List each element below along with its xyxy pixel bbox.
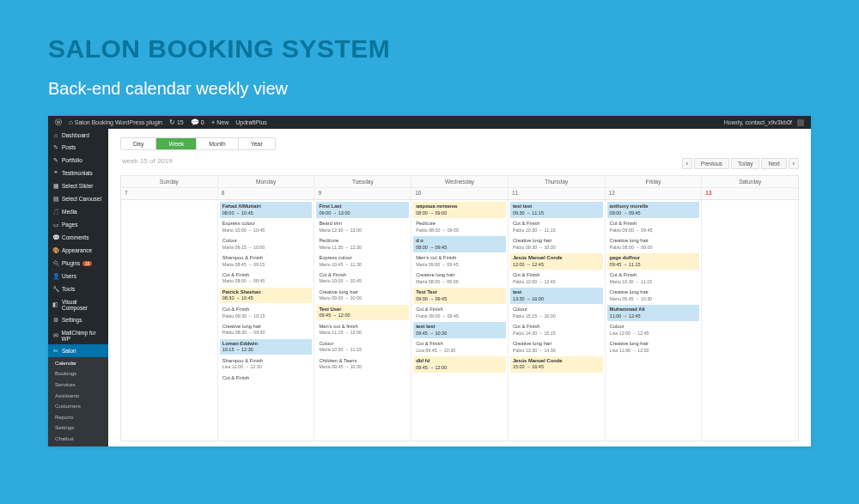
next-arrow-button[interactable]: › <box>789 158 799 169</box>
sidebar-item-mailchimp-for-wp[interactable]: ✉MailChimp for WP <box>48 326 108 344</box>
comments-link[interactable]: 💬 0 <box>191 118 204 126</box>
view-tab-year[interactable]: Year <box>239 138 275 149</box>
updates-link[interactable]: ↻ 15 <box>169 118 184 126</box>
sidebar-item-users[interactable]: 👤Users <box>48 270 108 282</box>
day-column-friday[interactable]: anthony morelle08:00 → 09:45Cut & Finish… <box>606 200 703 440</box>
calendar-event[interactable]: Patrick Sheehan08:30 → 10:45 <box>220 288 313 304</box>
calendar-event[interactable]: Cut & FinishPablo 09:30 → 10:15 <box>220 305 313 320</box>
sidebar-subitem-reports[interactable]: Reports <box>48 411 108 422</box>
calendar-event[interactable]: d o08:00 → 09:45 <box>413 236 506 252</box>
sidebar-subitem-tools[interactable]: Tools <box>48 444 108 446</box>
calendar-event[interactable]: test13:30 → 16:00 <box>510 288 603 304</box>
calendar-event[interactable]: Cut & FinishMario 08:00 → 08:45 <box>220 270 313 286</box>
sidebar-item-select-slider[interactable]: ▦Select Slider <box>48 179 108 192</box>
calendar-event[interactable]: PedicurePablo 08:00 → 09:00 <box>413 219 506 234</box>
calendar-event[interactable]: Men's cut & FinishMaria 09:00 → 09:45 <box>413 253 506 269</box>
sidebar-subitem-calendar[interactable]: Calendar <box>48 357 108 368</box>
calendar-event[interactable]: Cut & FinishPablo 09:00 → 09:45 <box>607 219 700 234</box>
howdy-text[interactable]: Howdy, contact_x9v3kb0f <box>724 119 792 125</box>
calendar-event[interactable]: Creative long hairLisa 11:00 → 12:00 <box>607 339 700 355</box>
calendar-event[interactable]: Cut & FinishPablo 12:00 → 12:45 <box>510 270 603 286</box>
calendar-event[interactable]: test test09:30 → 11:15 <box>510 202 603 218</box>
calendar-event[interactable]: PedicureMaria 11:30 → 12:30 <box>316 236 409 252</box>
sidebar-subitem-services[interactable]: Services <box>48 379 108 390</box>
sidebar-subitem-settings[interactable]: Settings <box>48 422 108 434</box>
calendar-event[interactable]: Creative long hairPablo 08:30 → 09:30 <box>220 322 313 337</box>
sidebar-subitem-chatbot[interactable]: Chatbot <box>48 433 108 444</box>
calendar-event[interactable]: Cut & FinishMario 10:30 → 11:15 <box>607 270 700 286</box>
sidebar-item-pages[interactable]: ▭Pages <box>48 218 108 231</box>
calendar-event[interactable]: Beard trimMaria 12:30 → 13:00 <box>316 219 409 234</box>
calendar-event[interactable]: Cut & FinishFrank 09:00 → 09:45 <box>413 305 506 320</box>
sidebar-item-testimonials[interactable]: ❝Testimonials <box>48 167 108 179</box>
calendar-event[interactable]: gege duffour09:45 → 11:15 <box>607 253 700 270</box>
day-column-sunday[interactable] <box>121 200 218 440</box>
calendar-event[interactable]: ColourMaria 09:15 → 10:00 <box>220 236 313 252</box>
sidebar-subitem-customers[interactable]: Customers <box>48 400 108 411</box>
calendar-event[interactable]: Cut & FinishPablo 10:30 → 11:15 <box>510 219 603 234</box>
calendar-event[interactable]: Test Test09:00 → 09:45 <box>413 288 506 304</box>
calendar-event[interactable]: Creative long hairPablo 13:30 → 14:30 <box>510 339 603 355</box>
day-column-thursday[interactable]: test test09:30 → 11:15Cut & FinishPablo … <box>509 200 606 440</box>
calendar-event[interactable]: ColourLisa 12:00 → 12:45 <box>607 322 700 337</box>
sidebar-subitem-bookings[interactable]: Bookings <box>48 368 108 380</box>
today-button[interactable]: Today <box>731 158 759 169</box>
sidebar-item-plugins[interactable]: 🔌Plugins 18 <box>48 257 108 270</box>
calendar-event[interactable]: Creative long hairMario 09:00 → 10:00 <box>316 288 409 303</box>
calendar-event[interactable]: Creative long hairPablo 09:30 → 10:30 <box>510 236 603 252</box>
wordpress-logo-icon[interactable]: ⓦ <box>55 118 62 127</box>
calendar-event[interactable]: мариша пипкина08:00 → 09:00 <box>413 202 506 218</box>
sidebar-subitem-assistants[interactable]: Assistants <box>48 390 108 401</box>
calendar-event[interactable]: Test User09:45 → 12:00 <box>316 305 409 321</box>
calendar-event[interactable]: Cut & Finish <box>220 373 313 384</box>
avatar[interactable] <box>797 119 804 126</box>
sidebar-item-salon[interactable]: ✂Salon <box>48 344 108 357</box>
calendar-event[interactable]: Fahad AlMuttairi08:00 → 10:45 <box>220 202 313 218</box>
day-column-saturday[interactable] <box>702 200 798 440</box>
calendar-event[interactable]: Jesús Manuel Conde15:00 → 16:45 <box>510 356 603 373</box>
day-column-wednesday[interactable]: мариша пипкина08:00 → 09:00PedicurePablo… <box>411 200 509 440</box>
calendar-event[interactable]: First Last09:00 → 13:00 <box>316 202 409 218</box>
calendar-event[interactable]: ColourMaria 10:30 → 11:15 <box>316 339 409 355</box>
sidebar-item-select-carousel[interactable]: ▧Select Carousel <box>48 192 108 205</box>
calendar-event[interactable]: Creative long hairPablo 08:00 → 09:00 <box>607 236 700 252</box>
sidebar-item-settings[interactable]: ⚙Settings <box>48 313 108 326</box>
calendar-event[interactable]: Muhammad Ali11:00 → 12:45 <box>607 305 700 321</box>
calendar-event[interactable]: dbf fd09:45 → 12:00 <box>413 356 506 373</box>
sidebar-item-portfolio[interactable]: ✎Portfolio <box>48 154 108 167</box>
calendar-event[interactable]: Jesús Manuel Conde12:00 → 12:45 <box>510 253 603 270</box>
calendar-event[interactable]: Shampoo & FinishLisa 12:00 → 12:30 <box>220 356 313 372</box>
calendar-event[interactable]: Shampoo & FinishMaria 08:45 → 09:15 <box>220 253 313 269</box>
view-tab-week[interactable]: Week <box>156 138 197 149</box>
updraft-link[interactable]: UpdraftPlus <box>235 119 267 125</box>
sidebar-item-posts[interactable]: ✎Posts <box>48 141 108 154</box>
calendar-event[interactable]: Express colourMario 10:45 → 11:30 <box>316 253 409 269</box>
calendar-event[interactable]: Creative long hairMario 09:45 → 10:30 <box>607 288 700 303</box>
view-tab-month[interactable]: Month <box>197 138 238 149</box>
sidebar-item-dashboard[interactable]: ⌂Dashboard <box>48 129 108 141</box>
calendar-event[interactable]: Children & TeensMaria 09:45 → 10:30 <box>316 356 409 372</box>
sidebar-item-appearance[interactable]: 🎨Appearance <box>48 244 108 257</box>
sidebar-item-comments[interactable]: 💬Comments <box>48 231 108 244</box>
calendar-event[interactable]: anthony morelle08:00 → 09:45 <box>607 202 700 218</box>
calendar-event[interactable]: Men's cut & finishMaria 11:15 → 12:00 <box>316 322 409 337</box>
calendar-event[interactable]: Cut & FinishMario 10:00 → 10:45 <box>316 270 409 286</box>
previous-button[interactable]: Previous <box>694 158 729 169</box>
calendar-event[interactable]: Creative long hairMaria 08:00 → 09:00 <box>413 270 506 286</box>
next-button[interactable]: Next <box>761 158 786 169</box>
calendar-event[interactable]: Loman Eddwin10:15 → 12:30 <box>220 339 313 355</box>
prev-arrow-button[interactable]: ‹ <box>682 158 692 169</box>
sidebar-item-visual-composer[interactable]: ◧Visual Composer <box>48 295 108 313</box>
sidebar-item-tools[interactable]: 🔧Tools <box>48 282 108 295</box>
calendar-event[interactable]: Express colourMario 10:00 → 10:45 <box>220 219 313 234</box>
new-link[interactable]: + New <box>211 118 229 126</box>
view-tab-day[interactable]: Day <box>121 138 156 149</box>
calendar-event[interactable]: ColourPablo 15:15 → 16:00 <box>510 305 603 320</box>
sidebar-item-media[interactable]: 🎵Media <box>48 205 108 218</box>
calendar-event[interactable]: test test09:45 → 10:30 <box>413 322 506 338</box>
day-column-monday[interactable]: Fahad AlMuttairi08:00 → 10:45Express col… <box>218 200 315 440</box>
calendar-event[interactable]: Cut & FinishLisa 09:45 → 10:30 <box>413 339 506 355</box>
site-name-link[interactable]: ⌂ Salon Booking WordPress plugin <box>69 118 162 126</box>
calendar-event[interactable]: Cut & FinishPablo 14:30 → 15:15 <box>510 322 603 337</box>
day-column-tuesday[interactable]: First Last09:00 → 13:00Beard trimMaria 1… <box>314 200 411 440</box>
